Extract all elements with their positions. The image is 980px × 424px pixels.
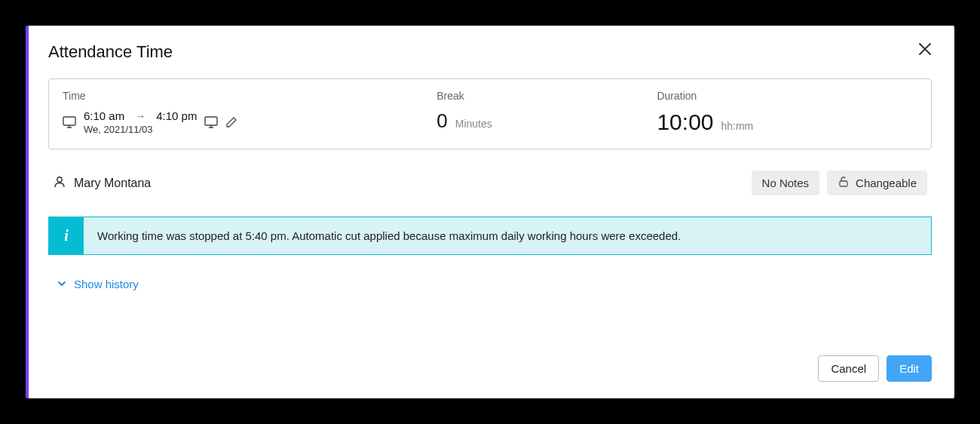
svg-rect-0 xyxy=(63,117,75,125)
cancel-button[interactable]: Cancel xyxy=(818,355,879,382)
svg-rect-3 xyxy=(840,181,847,186)
no-notes-badge[interactable]: No Notes xyxy=(752,171,820,195)
break-column: Break 0 Minutes xyxy=(436,90,642,135)
person-name: Mary Montana xyxy=(74,177,151,190)
footer-buttons: Cancel Edit xyxy=(48,355,932,382)
time-column: Time 6:10 am → 4:10 pm We, 2021/11/03 xyxy=(63,90,421,135)
edit-button[interactable]: Edit xyxy=(887,355,932,382)
changeable-badge[interactable]: Changeable xyxy=(827,171,927,195)
close-icon xyxy=(918,42,932,56)
info-banner: i Working time was stopped at 5:40 pm. A… xyxy=(48,217,932,255)
svg-point-2 xyxy=(57,177,62,181)
duration-label: Duration xyxy=(657,90,917,102)
monitor-icon xyxy=(204,116,218,128)
attendance-time-modal: Attendance Time Time 6:10 am → 4:10 pm W… xyxy=(26,26,954,398)
show-history-toggle[interactable]: Show history xyxy=(48,278,932,290)
duration-unit: hh:mm xyxy=(721,120,754,132)
edit-time-button[interactable] xyxy=(225,116,237,128)
modal-title: Attendance Time xyxy=(48,42,173,62)
start-time: 6:10 am xyxy=(84,109,124,122)
monitor-icon xyxy=(63,116,76,128)
chevron-down-icon xyxy=(57,278,66,290)
info-message: Working time was stopped at 5:40 pm. Aut… xyxy=(84,217,694,254)
duration-column: Duration 10:00 hh:mm xyxy=(657,90,917,135)
arrow-right-icon: → xyxy=(135,110,145,122)
pencil-icon xyxy=(225,116,237,128)
summary-card: Time 6:10 am → 4:10 pm We, 2021/11/03 xyxy=(48,78,932,149)
person-row: Mary Montana No Notes Changeable xyxy=(48,171,932,195)
break-unit: Minutes xyxy=(455,118,492,130)
show-history-label: Show history xyxy=(74,278,139,290)
duration-value: 10:00 xyxy=(657,109,713,135)
info-icon: i xyxy=(49,217,84,254)
break-label: Break xyxy=(436,90,642,102)
close-button[interactable] xyxy=(918,42,932,56)
break-value: 0 xyxy=(436,109,447,133)
modal-header: Attendance Time xyxy=(48,42,932,62)
end-time: 4:10 pm xyxy=(156,109,197,122)
unlock-icon xyxy=(838,176,850,190)
svg-rect-1 xyxy=(205,117,217,125)
date-text: We, 2021/11/03 xyxy=(84,124,197,135)
time-label: Time xyxy=(63,90,421,102)
person-icon xyxy=(53,175,66,192)
